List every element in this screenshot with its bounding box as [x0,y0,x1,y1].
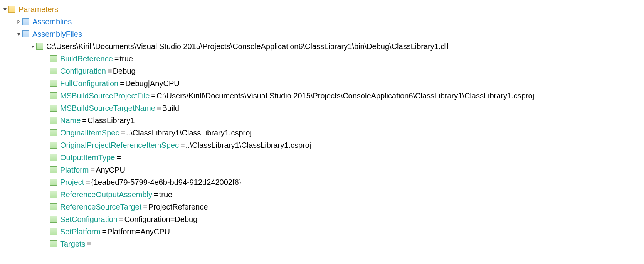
tree-node-assemblies[interactable]: Assemblies [2,15,642,28]
property-key: OutputItemType [60,151,115,164]
tree-node-property[interactable]: Configuration = Debug [2,65,642,77]
property-key: Targets [60,238,86,250]
property-key: OriginalProjectReferenceItemSpec [60,139,179,151]
tree-node-property[interactable]: OriginalProjectReferenceItemSpec = ..\Cl… [2,139,642,151]
property-icon [50,105,57,112]
tree-node-property[interactable]: ReferenceSourceTarget = ProjectReference [2,201,642,213]
equals-sign: = [90,164,95,176]
item-icon [22,30,29,37]
property-icon [50,216,57,223]
tree-node-property[interactable]: MSBuildSourceProjectFile = C:\Users\Kiri… [2,90,642,102]
property-key: ReferenceOutputAssembly [60,188,152,201]
property-key: MSBuildSourceTargetName [60,102,155,114]
equals-sign: = [151,90,156,102]
tree-node-property[interactable]: SetPlatform = Platform=AnyCPU [2,225,642,238]
property-icon [50,191,57,198]
tree-node-property[interactable]: SetConfiguration = Configuration=Debug [2,213,642,225]
equals-sign: = [143,201,148,213]
property-value: C:\Users\Kirill\Documents\Visual Studio … [156,90,534,102]
equals-sign: = [102,225,106,238]
tree-node-property[interactable]: BuildReference = true [2,52,642,65]
equals-sign: = [116,151,121,164]
equals-sign: = [119,213,124,225]
property-value: Platform=AnyCPU [107,225,170,238]
tree-node-property[interactable]: ReferenceOutputAssembly = true [2,188,642,201]
property-key: BuildReference [60,52,113,65]
property-key: ReferenceSourceTarget [60,201,141,213]
property-value: ..\ClassLibrary1\ClassLibrary1.csproj [126,127,252,139]
property-key: Configuration [60,65,106,77]
property-key: SetPlatform [60,225,100,238]
equals-sign: = [114,52,119,65]
node-label: C:\Users\Kirill\Documents\Visual Studio … [46,40,448,52]
equals-sign: = [157,102,161,114]
property-icon [50,80,57,87]
equals-sign: = [121,127,125,139]
property-icon [50,228,57,235]
property-value: Debug [113,65,136,77]
property-icon [50,68,57,74]
tree-node-property[interactable]: Platform = AnyCPU [2,164,642,176]
expand-arrow-icon[interactable] [15,32,22,36]
property-value: AnyCPU [96,164,125,176]
property-value: Configuration=Debug [124,213,198,225]
property-icon [50,55,57,62]
property-icon [50,179,57,186]
property-value: Build [162,102,179,114]
property-value: ..\ClassLibrary1\ClassLibrary1.csproj [186,139,311,151]
property-value: {1eabed79-5799-4e6b-bd94-912d242002f6} [91,176,241,188]
folder-icon [8,6,15,13]
property-key: MSBuildSourceProjectFile [60,90,150,102]
property-key: Name [60,114,81,127]
property-value: true [119,52,133,65]
tree-node-property[interactable]: OutputItemType = [2,151,642,164]
equals-sign: = [154,188,158,201]
property-value: ProjectReference [148,201,208,213]
equals-sign: = [87,238,92,250]
equals-sign: = [82,114,87,127]
node-label: Parameters [18,3,58,15]
property-icon [50,154,57,161]
item-icon [22,18,29,25]
property-icon [50,166,57,173]
equals-sign: = [120,77,124,90]
property-icon [50,117,57,124]
property-key: Project [60,176,84,188]
tree-node-property[interactable]: Targets = [2,238,642,250]
tree-node-property[interactable]: OriginalItemSpec = ..\ClassLibrary1\Clas… [2,127,642,139]
property-icon [50,240,57,247]
expand-arrow-icon[interactable] [29,44,36,48]
equals-sign: = [180,139,185,151]
collapse-arrow-icon[interactable] [15,20,22,24]
tree-node-assemblyfiles[interactable]: AssemblyFiles [2,28,642,40]
property-value: Debug|AnyCPU [125,77,180,90]
property-key: OriginalItemSpec [60,127,119,139]
tree-node-property[interactable]: MSBuildSourceTargetName = Build [2,102,642,114]
tree-node-property[interactable]: FullConfiguration = Debug|AnyCPU [2,77,642,90]
tree-node-property[interactable]: Project = {1eabed79-5799-4e6b-bd94-912d2… [2,176,642,188]
equals-sign: = [86,176,90,188]
expand-arrow-icon[interactable] [2,7,8,11]
item-icon [36,43,43,50]
tree-node-parameters[interactable]: Parameters [2,3,642,15]
property-value: true [159,188,172,201]
tree-node-file[interactable]: C:\Users\Kirill\Documents\Visual Studio … [2,40,642,52]
tree-node-property[interactable]: Name = ClassLibrary1 [2,114,642,127]
property-icon [50,129,57,136]
equals-sign: = [108,65,112,77]
node-label: Assemblies [32,15,72,28]
property-icon [50,203,57,210]
property-value: ClassLibrary1 [87,114,135,127]
property-key: SetConfiguration [60,213,118,225]
property-key: Platform [60,164,89,176]
node-label: AssemblyFiles [32,28,82,40]
property-icon [50,92,57,99]
property-icon [50,142,57,149]
property-key: FullConfiguration [60,77,118,90]
